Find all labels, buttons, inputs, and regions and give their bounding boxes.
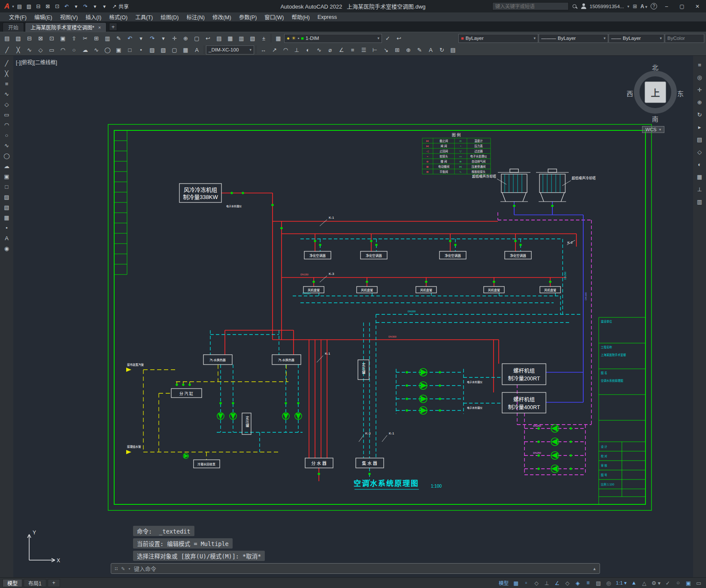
dimtedit-icon[interactable]: A — [425, 45, 436, 55]
zoom-extents-icon[interactable]: ⊕ — [694, 97, 705, 107]
mtext-icon[interactable]: A — [191, 45, 202, 55]
mleader-icon[interactable]: ↘ — [381, 45, 391, 55]
arc-icon[interactable]: ◠ — [58, 45, 68, 55]
isolate-objects-toggle[interactable]: ○ — [673, 579, 683, 588]
qat-redo-caret[interactable]: ▾ — [91, 2, 100, 11]
account-icon[interactable] — [581, 3, 586, 9]
layer-dropdown[interactable]: ● ☀ ▪ ■ 1-DIM ▾ — [284, 34, 382, 43]
rectangle-icon[interactable]: ▭ — [46, 45, 57, 55]
color-control-dropdown[interactable]: ■ ByLayer ▾ — [458, 34, 538, 43]
open-icon[interactable]: ▧ — [13, 33, 24, 43]
plot-preview-icon[interactable]: ▣ — [58, 33, 68, 43]
qat-save-icon[interactable]: ⊟ — [34, 2, 43, 11]
viewport-controls[interactable]: [-][俯视][二维线框] — [16, 58, 57, 66]
menu-express[interactable]: Express — [314, 13, 341, 21]
table-tool-icon[interactable]: ▦ — [1, 213, 12, 223]
menu-file[interactable]: 文件(F) — [5, 12, 30, 22]
saveas-icon[interactable]: ⊠ — [35, 33, 46, 43]
zoom-window-icon[interactable]: ▢ — [191, 33, 202, 43]
spline-icon[interactable]: ∿ — [91, 45, 102, 55]
pan-icon[interactable]: ✛ — [169, 33, 180, 43]
tab-current-drawing[interactable]: 上海某医院手术室楼空调图* × — [25, 22, 106, 32]
linetype-control-dropdown[interactable]: ——— ByLayer ▾ — [539, 34, 608, 43]
viewcube-top-face[interactable]: 上 — [645, 81, 666, 103]
dimordinate-icon[interactable]: ⊥ — [291, 45, 302, 55]
paste-icon[interactable]: ▥ — [102, 33, 113, 43]
qat-saveas-icon[interactable]: ⊠ — [43, 2, 52, 11]
polygon-icon[interactable]: ◇ — [35, 45, 46, 55]
revcloud-tool-icon[interactable]: ☁ — [1, 161, 12, 171]
orbit-tool-icon[interactable]: ↻ — [694, 110, 705, 120]
ortho-toggle[interactable]: ⊥ — [542, 579, 551, 588]
dimjogged-icon[interactable]: ∿ — [314, 45, 324, 55]
visual-styles-icon[interactable]: ◐ — [694, 160, 705, 169]
save-icon[interactable]: ⊟ — [24, 33, 35, 43]
dimedit-icon[interactable]: ✎ — [414, 45, 425, 55]
pan-tool-icon[interactable]: ✛ — [694, 85, 705, 95]
wcs-dropdown[interactable]: WCS ▾ — [642, 126, 664, 133]
menu-format[interactable]: 格式(O) — [105, 12, 131, 22]
viewcube-north[interactable]: 北 — [652, 63, 658, 72]
make-object-layer-current-icon[interactable]: ✓ — [382, 33, 393, 43]
showmotion-icon[interactable]: ▸ — [694, 122, 705, 132]
designcenter-icon[interactable]: ▦ — [225, 33, 236, 43]
grid-toggle[interactable]: ▦ — [511, 579, 521, 588]
make-block-tool-icon[interactable]: □ — [1, 182, 12, 192]
clean-screen-toggle[interactable]: ▭ — [694, 579, 703, 588]
revcloud-icon[interactable]: ☁ — [80, 45, 91, 55]
point-icon[interactable]: • — [136, 45, 146, 55]
undo-icon[interactable]: ↶ — [124, 33, 135, 43]
command-customize-icon[interactable]: ✎ — [121, 565, 125, 572]
window-close-button[interactable]: ✕ — [691, 1, 703, 12]
navbar-grip[interactable]: ≡ — [694, 60, 705, 70]
ellipse-icon[interactable]: ◯ — [102, 45, 113, 55]
tolerance-icon[interactable]: ⊞ — [392, 45, 403, 55]
circle-tool-icon[interactable]: ○ — [1, 130, 12, 140]
window-maximize-button[interactable]: ▢ — [676, 1, 688, 12]
close-icon[interactable]: × — [98, 25, 101, 30]
xline-icon[interactable]: ╳ — [13, 45, 24, 55]
gradient-tool-icon[interactable]: ▧ — [1, 202, 12, 212]
plot-icon[interactable]: ⊡ — [46, 33, 57, 43]
layer-previous-icon[interactable]: ↩ — [394, 33, 404, 43]
polyline-icon[interactable]: ∿ — [24, 45, 35, 55]
lineweight-control-dropdown[interactable]: —— ByLayer ▾ — [609, 34, 664, 43]
dimstyle-icon[interactable]: ▤ — [448, 45, 458, 55]
tab-start[interactable]: 开始 — [3, 22, 24, 32]
ellipse-tool-icon[interactable]: ◯ — [1, 151, 12, 161]
new-tab-button[interactable]: + — [109, 23, 117, 31]
redo-caret[interactable]: ▾ — [158, 33, 169, 43]
qnew-icon[interactable]: ▤ — [2, 33, 12, 43]
qat-undo-icon[interactable]: ↶ — [62, 2, 71, 11]
polygon-tool-icon[interactable]: ◇ — [1, 100, 12, 109]
toolpalettes-icon[interactable]: ▥ — [236, 33, 247, 43]
snap-toggle[interactable]: ▫ — [521, 579, 531, 588]
undo-caret[interactable]: ▾ — [136, 33, 146, 43]
menu-tools[interactable]: 工具(T) — [131, 12, 157, 22]
qat-undo-caret[interactable]: ▾ — [72, 2, 81, 11]
copy-clip-icon[interactable]: ⊞ — [91, 33, 102, 43]
menu-modify[interactable]: 修改(M) — [209, 12, 235, 22]
dimradius-icon[interactable]: ◐ — [303, 45, 313, 55]
menu-dimension[interactable]: 标注(N) — [183, 12, 209, 22]
search-icon[interactable] — [572, 4, 577, 9]
isodraft-toggle[interactable]: ◇ — [563, 579, 572, 588]
drawing-canvas[interactable] — [13, 56, 693, 577]
viewcube-east[interactable]: 东 — [677, 89, 684, 98]
polyline-tool-icon[interactable]: ∿ — [1, 89, 12, 99]
named-views-icon[interactable]: ▦ — [694, 172, 705, 182]
line-tool-icon[interactable]: ╱ — [1, 58, 12, 68]
hatch-icon[interactable]: ▨ — [147, 45, 158, 55]
add-layout-button[interactable]: + — [48, 579, 60, 587]
redo-icon[interactable]: ↷ — [147, 33, 158, 43]
insert-block-icon[interactable]: ▣ — [113, 45, 124, 55]
workspace-switch[interactable]: ⚙ ▾ — [650, 579, 662, 588]
osnap-toggle[interactable]: ◈ — [573, 579, 582, 588]
qat-new-icon[interactable]: ▤ — [15, 2, 24, 11]
mline-tool-icon[interactable]: ≡ — [1, 79, 12, 89]
menu-view[interactable]: 视图(V) — [56, 12, 82, 22]
ucs-icon-toggle[interactable]: ⊥ — [694, 184, 705, 194]
insert-block-tool-icon[interactable]: ▣ — [1, 172, 12, 181]
tab-model[interactable]: 模型 — [3, 579, 22, 587]
menu-insert[interactable]: 插入(I) — [82, 12, 105, 22]
